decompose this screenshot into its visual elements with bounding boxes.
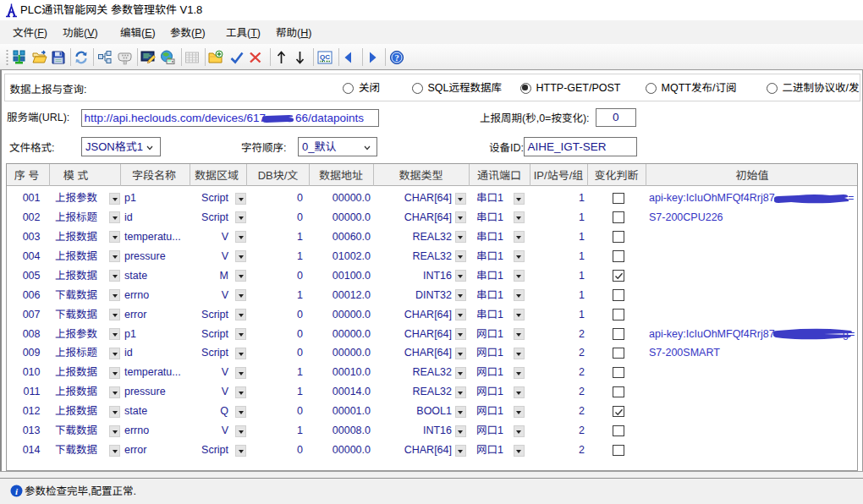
svg-text:?: ? bbox=[394, 53, 399, 63]
svg-text:QC: QC bbox=[320, 53, 330, 61]
